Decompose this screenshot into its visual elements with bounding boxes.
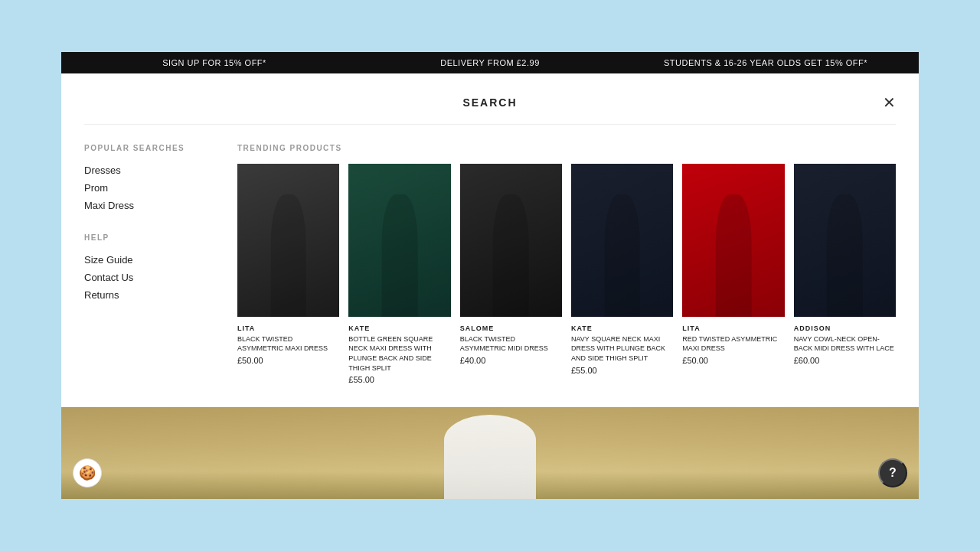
product-image-2 — [460, 164, 562, 317]
help-label: HELP — [84, 233, 214, 242]
product-image-1 — [348, 164, 450, 317]
product-brand-2: SALOME — [460, 324, 562, 332]
product-card-2[interactable]: SALOME BLACK TWISTED ASYMMETRIC MIDI DRE… — [460, 164, 562, 384]
announcement-right: STUDENTS & 16-26 YEAR OLDS GET 15% OFF* — [628, 58, 903, 67]
product-price-3: £55.00 — [571, 366, 673, 375]
popular-search-prom[interactable]: Prom — [84, 179, 214, 197]
product-name-5: NAVY COWL-NECK OPEN-BACK MIDI DRESS WITH… — [794, 334, 896, 354]
search-modal: SEARCH ✕ POPULAR SEARCHES Dresses Prom M… — [61, 73, 919, 407]
product-card-5[interactable]: ADDISON NAVY COWL-NECK OPEN-BACK MIDI DR… — [794, 164, 896, 384]
product-price-4: £50.00 — [682, 356, 784, 365]
search-sidebar: POPULAR SEARCHES Dresses Prom Maxi Dress… — [84, 144, 214, 384]
help-links: Size Guide Contact Us Returns — [84, 251, 214, 304]
product-price-1: £55.00 — [348, 375, 450, 384]
product-name-1: BOTTLE GREEN SQUARE NECK MAXI DRESS WITH… — [348, 334, 450, 373]
bottom-image-strip: 🍪 ? — [61, 407, 919, 499]
search-title: SEARCH — [462, 96, 517, 109]
product-brand-3: KATE — [571, 324, 673, 332]
product-card-1[interactable]: KATE BOTTLE GREEN SQUARE NECK MAXI DRESS… — [348, 164, 450, 384]
cookie-button[interactable]: 🍪 — [73, 458, 102, 487]
product-brand-0: LITA — [237, 324, 339, 332]
product-image-0 — [237, 164, 339, 317]
search-body: POPULAR SEARCHES Dresses Prom Maxi Dress… — [84, 125, 896, 384]
product-brand-4: LITA — [682, 324, 784, 332]
help-returns[interactable]: Returns — [84, 286, 214, 304]
help-size-guide[interactable]: Size Guide — [84, 251, 214, 269]
trending-section: TRENDING PRODUCTS LITA BLACK TWISTED ASY… — [237, 144, 896, 384]
product-name-3: NAVY SQUARE NECK MAXI DRESS WITH PLUNGE … — [571, 334, 673, 364]
product-name-0: BLACK TWISTED ASYMMETRIC MAXI DRESS — [237, 334, 339, 354]
popular-search-dresses[interactable]: Dresses — [84, 161, 214, 179]
help-button[interactable]: ? — [878, 458, 907, 487]
product-name-2: BLACK TWISTED ASYMMETRIC MIDI DRESS — [460, 334, 562, 354]
announcement-bar: SIGN UP FOR 15% OFF* DELIVERY FROM £2.99… — [61, 52, 919, 73]
product-brand-1: KATE — [348, 324, 450, 332]
announcement-center: DELIVERY FROM £2.99 — [352, 58, 628, 67]
product-image-5 — [794, 164, 896, 317]
announcement-left: SIGN UP FOR 15% OFF* — [77, 58, 352, 67]
cookie-icon: 🍪 — [79, 465, 96, 481]
help-icon: ? — [889, 466, 897, 480]
trending-title: TRENDING PRODUCTS — [237, 144, 896, 152]
popular-search-maxi-dress[interactable]: Maxi Dress — [84, 197, 214, 214]
close-button[interactable]: ✕ — [883, 93, 896, 112]
product-price-2: £40.00 — [460, 356, 562, 365]
product-brand-5: ADDISON — [794, 324, 896, 332]
product-image-3 — [571, 164, 673, 317]
product-image-4 — [682, 164, 784, 317]
products-grid: LITA BLACK TWISTED ASYMMETRIC MAXI DRESS… — [237, 164, 896, 384]
product-card-4[interactable]: LITA RED TWISTED ASYMMETRIC MAXI DRESS £… — [682, 164, 784, 384]
search-header: SEARCH ✕ — [84, 89, 896, 125]
product-price-0: £50.00 — [237, 356, 339, 365]
product-card-3[interactable]: KATE NAVY SQUARE NECK MAXI DRESS WITH PL… — [571, 164, 673, 384]
product-card-0[interactable]: LITA BLACK TWISTED ASYMMETRIC MAXI DRESS… — [237, 164, 339, 384]
product-name-4: RED TWISTED ASYMMETRIC MAXI DRESS — [682, 334, 784, 354]
help-contact-us[interactable]: Contact Us — [84, 269, 214, 286]
popular-searches-label: POPULAR SEARCHES — [84, 144, 214, 152]
browser-window: SIGN UP FOR 15% OFF* DELIVERY FROM £2.99… — [61, 52, 919, 499]
product-price-5: £60.00 — [794, 356, 896, 365]
popular-search-links: Dresses Prom Maxi Dress — [84, 161, 214, 214]
